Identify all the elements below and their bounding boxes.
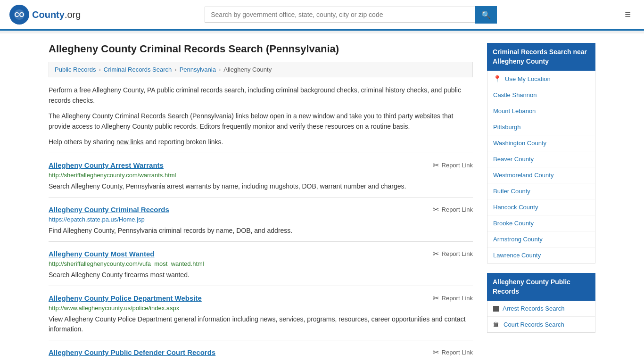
- record-url[interactable]: http://www.alleghenycounty.us/police/ind…: [49, 304, 473, 312]
- sidebar: Criminal Records Search near Allegheny C…: [487, 43, 595, 362]
- menu-button[interactable]: ≡: [621, 7, 635, 23]
- sidebar-item-arrest-records[interactable]: Arrest Records Search: [487, 301, 595, 317]
- arrest-records-link[interactable]: Arrest Records Search: [503, 305, 565, 312]
- main-layout: Allegheny County Criminal Records Search…: [39, 33, 605, 362]
- record-item: Allegheny County Public Defender Court R…: [49, 340, 473, 362]
- report-link[interactable]: ✂ Report Link: [433, 294, 473, 303]
- records-list: Allegheny County Arrest Warrants ✂ Repor…: [49, 153, 473, 362]
- report-icon: ✂: [433, 249, 439, 258]
- desc-para-2: The Allegheny County Criminal Records Se…: [49, 111, 473, 132]
- report-link[interactable]: ✂ Report Link: [433, 249, 473, 258]
- armstrong-county-link[interactable]: Armstrong County: [493, 236, 543, 243]
- court-records-link[interactable]: Court Records Search: [504, 321, 564, 328]
- sidebar-nearby-list: 📍 Use My Location Castle Shannon Mount L…: [487, 71, 595, 263]
- building-icon: 🏛: [493, 321, 500, 328]
- sidebar-item-butler-county[interactable]: Butler County: [487, 183, 595, 199]
- report-icon: ✂: [433, 348, 439, 357]
- sidebar-nearby-section: Criminal Records Search near Allegheny C…: [487, 43, 595, 263]
- record-title[interactable]: Allegheny County Police Department Websi…: [49, 294, 202, 302]
- beaver-county-link[interactable]: Beaver County: [493, 156, 534, 163]
- breadcrumb-separator: ›: [99, 66, 100, 73]
- location-pin-icon: 📍: [493, 75, 501, 82]
- record-title-row: Allegheny County Public Defender Court R…: [49, 348, 473, 357]
- westmoreland-county-link[interactable]: Westmoreland County: [493, 172, 553, 179]
- breadcrumb-current: Allegheny County: [223, 66, 272, 73]
- hancock-county-link[interactable]: Hancock County: [493, 204, 538, 211]
- report-icon: ✂: [433, 161, 439, 170]
- sidebar-item-pittsburgh[interactable]: Pittsburgh: [487, 119, 595, 135]
- sidebar-public-records-header: Allegheny County Public Records: [487, 273, 595, 301]
- desc-para-3: Help others by sharing new links and rep…: [49, 137, 473, 147]
- record-desc: Find Allegheny County, Pennsylvania crim…: [49, 226, 473, 236]
- record-title[interactable]: Allegheny County Criminal Records: [49, 206, 169, 214]
- record-desc: Search Allegheny County firearms most wa…: [49, 270, 473, 280]
- header: CO County.org 🔍 ≡: [0, 0, 644, 31]
- search-icon: 🔍: [481, 11, 491, 19]
- record-url[interactable]: https://epatch.state.pa.us/Home.jsp: [49, 216, 473, 223]
- sidebar-item-westmoreland-county[interactable]: Westmoreland County: [487, 167, 595, 183]
- record-item: Allegheny County Arrest Warrants ✂ Repor…: [49, 153, 473, 197]
- search-button[interactable]: 🔍: [475, 6, 497, 24]
- record-title[interactable]: Allegheny County Most Wanted: [49, 250, 154, 258]
- report-icon: ✂: [433, 205, 439, 214]
- record-title-row: Allegheny County Criminal Records ✂ Repo…: [49, 205, 473, 214]
- report-icon: ✂: [433, 294, 439, 303]
- sidebar-public-records-section: Allegheny County Public Records Arrest R…: [487, 273, 595, 333]
- breadcrumb: Public Records › Criminal Records Search…: [49, 62, 473, 77]
- sidebar-item-armstrong-county[interactable]: Armstrong County: [487, 231, 595, 247]
- breadcrumb-separator: ›: [219, 66, 221, 73]
- record-title-row: Allegheny County Most Wanted ✂ Report Li…: [49, 249, 473, 258]
- record-title-row: Allegheny County Police Department Websi…: [49, 294, 473, 303]
- washington-county-link[interactable]: Washington County: [493, 140, 546, 147]
- sidebar-item-court-records[interactable]: 🏛 Court Records Search: [487, 317, 595, 332]
- sidebar-item-brooke-county[interactable]: Brooke County: [487, 215, 595, 231]
- lawrence-county-link[interactable]: Lawrence County: [493, 252, 541, 259]
- search-area: 🔍: [205, 6, 497, 24]
- description: Perform a free Allegheny County, PA publ…: [49, 85, 473, 147]
- use-my-location-link[interactable]: Use My Location: [505, 75, 551, 82]
- breadcrumb-separator: ›: [174, 66, 176, 73]
- breadcrumb-link-pennsylvania[interactable]: Pennsylvania: [180, 66, 216, 73]
- desc-para-1: Perform a free Allegheny County, PA publ…: [49, 85, 473, 106]
- record-desc: Search Allegheny County, Pennsylvania ar…: [49, 181, 473, 191]
- sidebar-item-hancock-county[interactable]: Hancock County: [487, 199, 595, 215]
- record-item: Allegheny County Criminal Records ✂ Repo…: [49, 197, 473, 241]
- page-title: Allegheny County Criminal Records Search…: [49, 43, 473, 55]
- search-input[interactable]: [205, 7, 475, 23]
- new-links-link[interactable]: new links: [116, 138, 144, 146]
- record-item: Allegheny County Most Wanted ✂ Report Li…: [49, 241, 473, 286]
- sidebar-item-use-my-location[interactable]: 📍 Use My Location: [487, 71, 595, 87]
- report-link[interactable]: ✂ Report Link: [433, 161, 473, 170]
- main-content: Allegheny County Criminal Records Search…: [49, 43, 473, 362]
- record-title-row: Allegheny County Arrest Warrants ✂ Repor…: [49, 161, 473, 170]
- castle-shannon-link[interactable]: Castle Shannon: [493, 91, 537, 99]
- breadcrumb-link-criminal-records-search[interactable]: Criminal Records Search: [104, 66, 172, 73]
- square-icon: [493, 306, 499, 312]
- report-link[interactable]: ✂ Report Link: [433, 205, 473, 214]
- record-title[interactable]: Allegheny County Public Defender Court R…: [49, 348, 215, 356]
- record-url[interactable]: http://sheriffalleghenycounty.com/warran…: [49, 172, 473, 179]
- record-url[interactable]: http://sheriffalleghenycounty.com/vufa_m…: [49, 260, 473, 267]
- report-link[interactable]: ✂ Report Link: [433, 348, 473, 357]
- logo-text: County.org: [32, 9, 81, 20]
- menu-icon: ≡: [625, 8, 631, 20]
- sidebar-public-records-list: Arrest Records Search 🏛 Court Records Se…: [487, 301, 595, 333]
- sidebar-item-lawrence-county[interactable]: Lawrence County: [487, 247, 595, 263]
- sidebar-item-mount-lebanon[interactable]: Mount Lebanon: [487, 103, 595, 119]
- mount-lebanon-link[interactable]: Mount Lebanon: [493, 107, 536, 115]
- logo-icon: CO: [9, 5, 29, 25]
- logo-area: CO County.org: [9, 5, 81, 25]
- sidebar-item-washington-county[interactable]: Washington County: [487, 135, 595, 151]
- butler-county-link[interactable]: Butler County: [493, 188, 530, 195]
- sidebar-nearby-header: Criminal Records Search near Allegheny C…: [487, 43, 595, 71]
- brooke-county-link[interactable]: Brooke County: [493, 220, 534, 227]
- sidebar-item-beaver-county[interactable]: Beaver County: [487, 151, 595, 167]
- svg-text:CO: CO: [15, 11, 25, 18]
- record-title[interactable]: Allegheny County Arrest Warrants: [49, 161, 164, 169]
- record-item: Allegheny County Police Department Websi…: [49, 286, 473, 340]
- pittsburgh-link[interactable]: Pittsburgh: [493, 123, 521, 131]
- breadcrumb-link-public-records[interactable]: Public Records: [55, 66, 96, 73]
- sidebar-item-castle-shannon[interactable]: Castle Shannon: [487, 87, 595, 103]
- record-desc: View Allegheny County Police Department …: [49, 314, 473, 334]
